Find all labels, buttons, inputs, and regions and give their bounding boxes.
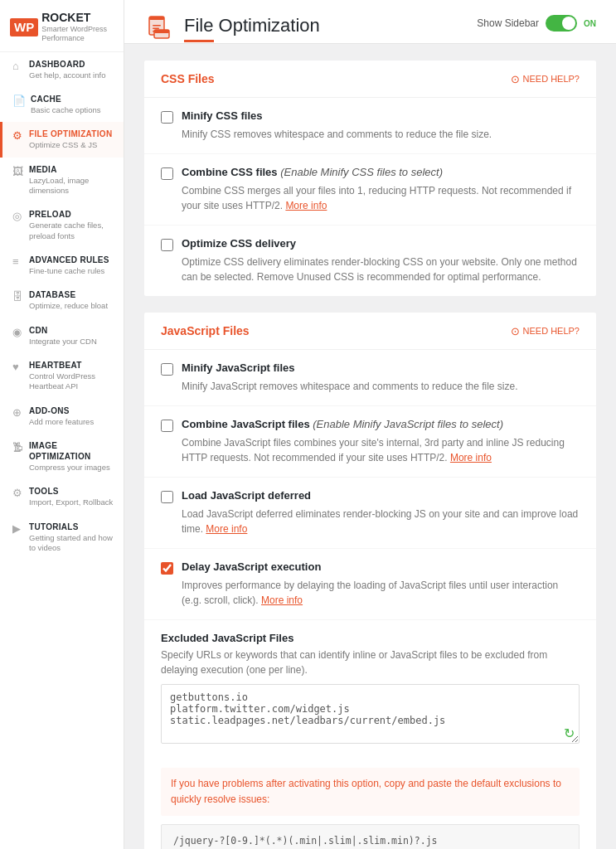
- combine-css-more-link[interactable]: More info: [285, 200, 327, 211]
- page-title-block: File Optimization: [184, 15, 320, 42]
- combine-js-more-link[interactable]: More info: [450, 452, 492, 463]
- nav-sub-image-optimization: Compress your images: [29, 463, 114, 473]
- excluded-js-textarea[interactable]: getbuttons.io platform.twitter.com/widge…: [161, 684, 580, 744]
- minify-js-desc: Minify JavaScript removes whitespace and…: [161, 379, 580, 394]
- nav-text-advanced-rules: ADVANCED RULES Fine-tune cache rules: [29, 255, 109, 276]
- nav-sub-media: LazyLoad, image dimensions: [29, 176, 114, 196]
- js-section-header: JavaScript Files ⊙ NEED HELP?: [144, 313, 596, 350]
- nav-title-dashboard: DASHBOARD: [29, 59, 105, 70]
- sidebar-item-database[interactable]: 🗄 DATABASE Optimize, reduce bloat: [0, 283, 124, 318]
- nav-text-add-ons: ADD-ONS Add more features: [29, 405, 94, 427]
- optimize-css-desc: Optimize CSS delivery eliminates render-…: [161, 255, 580, 284]
- excluded-js-desc: Specify URLs or keywords that can identi…: [161, 648, 580, 677]
- nav-icon-image-optimization: 🗜: [12, 441, 24, 454]
- load-js-deferred-checkbox[interactable]: [161, 491, 173, 503]
- page-header-left: File Optimization: [144, 13, 320, 43]
- delay-js-desc: Improves performance by delaying the loa…: [161, 578, 580, 608]
- sidebar-item-tools[interactable]: ⚙ TOOLS Import, Export, Rollback: [0, 479, 124, 514]
- sidebar-item-dashboard[interactable]: ⌂ DASHBOARD Get help, account info: [0, 52, 124, 87]
- nav-text-database: DATABASE Optimize, reduce bloat: [29, 289, 108, 311]
- css-need-help-label: NEED HELP?: [523, 74, 580, 84]
- js-help-icon: ⊙: [511, 325, 520, 337]
- combine-css-checkbox[interactable]: [161, 167, 173, 180]
- sidebar: WP ROCKET Smarter WordPress Performance …: [0, 0, 124, 849]
- nav-sub-tutorials: Getting started and how to videos: [29, 533, 114, 554]
- show-sidebar-toggle[interactable]: [546, 15, 577, 32]
- code-line-1: /jquery-?[0-9.]*(.*)(​.min|.slim|.slim.m…: [173, 833, 567, 849]
- optimize-css-header: Optimize CSS delivery: [161, 237, 580, 251]
- nav-text-tools: TOOLS Import, Export, Rollback: [29, 486, 113, 507]
- sidebar-item-media[interactable]: 🖼 MEDIA LazyLoad, image dimensions: [0, 158, 124, 203]
- js-need-help[interactable]: ⊙ NEED HELP?: [511, 325, 580, 337]
- combine-css-label[interactable]: Combine CSS files (Enable Minify CSS fil…: [182, 166, 443, 178]
- minify-js-checkbox[interactable]: [161, 363, 173, 376]
- nav-icon-tools: ⚙: [12, 487, 24, 499]
- load-js-deferred-more-link[interactable]: More info: [206, 523, 247, 535]
- nav-sub-tools: Import, Export, Rollback: [29, 497, 113, 507]
- nav-text-file-optimization: FILE OPTIMIZATION Optimize CSS & JS: [29, 129, 112, 150]
- minify-css-option: Minify CSS files Minify CSS removes whit…: [144, 98, 596, 154]
- combine-js-label[interactable]: Combine JavaScript files (Enable Minify …: [182, 418, 503, 430]
- sidebar-item-advanced-rules[interactable]: ≡ ADVANCED RULES Fine-tune cache rules: [0, 248, 124, 283]
- nav-icon-file-optimization: ⚙: [12, 129, 24, 142]
- delay-js-checkbox[interactable]: [161, 562, 173, 575]
- nav-sub-preload: Generate cache files, preload fonts: [29, 221, 114, 241]
- toggle-state-label: ON: [584, 19, 596, 28]
- nav-icon-cdn: ◉: [12, 326, 24, 338]
- sidebar-item-preload[interactable]: ◎ PRELOAD Generate cache files, preload …: [0, 202, 124, 248]
- nav-icon-media: 🖼: [12, 165, 24, 177]
- css-need-help[interactable]: ⊙ NEED HELP?: [511, 73, 580, 85]
- minify-js-header: Minify JavaScript files: [161, 361, 580, 376]
- minify-js-option: Minify JavaScript files Minify JavaScrip…: [144, 350, 596, 406]
- nav-icon-database: 🗄: [12, 290, 24, 303]
- sidebar-item-add-ons[interactable]: ⊕ ADD-ONS Add more features: [0, 399, 124, 434]
- sidebar-item-image-optimization[interactable]: 🗜 IMAGE OPTIMIZATION Compress your image…: [0, 434, 124, 479]
- nav-icon-dashboard: ⌂: [12, 60, 24, 72]
- minify-css-checkbox[interactable]: [161, 111, 173, 124]
- logo-area: WP ROCKET Smarter WordPress Performance: [0, 0, 124, 52]
- nav-title-preload: PRELOAD: [29, 209, 114, 220]
- combine-js-desc: Combine JavaScript files combines your s…: [161, 435, 580, 465]
- sidebar-item-tutorials[interactable]: ▶ TUTORIALS Getting started and how to v…: [0, 515, 124, 560]
- load-js-deferred-option: Load JavaScript deferred Load JavaScript…: [144, 478, 596, 549]
- delay-js-more-link[interactable]: More info: [261, 594, 303, 606]
- nav-title-add-ons: ADD-ONS: [29, 405, 94, 416]
- combine-css-option: Combine CSS files (Enable Minify CSS fil…: [144, 154, 596, 226]
- nav-text-media: MEDIA LazyLoad, image dimensions: [29, 164, 114, 196]
- delay-js-label[interactable]: Delay JavaScript execution: [182, 560, 321, 573]
- nav-text-cache: CACHE Basic cache options: [31, 94, 101, 115]
- svg-rect-2: [153, 25, 161, 27]
- logo: WP ROCKET Smarter WordPress Performance: [10, 12, 114, 43]
- show-sidebar-label: Show Sidebar: [477, 17, 539, 29]
- sidebar-item-cdn[interactable]: ◉ CDN Integrate your CDN: [0, 318, 124, 353]
- nav-icon-preload: ◎: [12, 210, 24, 222]
- load-js-deferred-label[interactable]: Load JavaScript deferred: [182, 489, 311, 502]
- nav-title-file-optimization: FILE OPTIMIZATION: [29, 129, 112, 139]
- file-optimization-icon: [144, 13, 174, 43]
- minify-css-label[interactable]: Minify CSS files: [182, 109, 263, 122]
- nav-title-tutorials: TUTORIALS: [29, 522, 114, 532]
- nav-title-image-optimization: IMAGE OPTIMIZATION: [29, 440, 114, 462]
- optimize-css-label[interactable]: Optimize CSS delivery: [182, 237, 296, 250]
- info-box: If you have problems after activating th…: [161, 768, 580, 816]
- nav-sub-cache: Basic cache options: [31, 105, 101, 115]
- textarea-refresh-icon[interactable]: ↻: [564, 725, 575, 741]
- main-content: File Optimization Show Sidebar ON CSS Fi…: [124, 0, 616, 849]
- nav-sub-heartbeat: Control WordPress Heartbeat API: [29, 371, 114, 392]
- css-section-title: CSS Files: [161, 72, 215, 85]
- sidebar-item-heartbeat[interactable]: ♥ HEARTBEAT Control WordPress Heartbeat …: [0, 353, 124, 399]
- nav-title-heartbeat: HEARTBEAT: [29, 360, 114, 371]
- svg-rect-3: [153, 28, 159, 30]
- svg-rect-1: [149, 17, 164, 20]
- optimize-css-checkbox[interactable]: [161, 239, 173, 251]
- nav-icon-cache: 📄: [12, 95, 26, 107]
- nav-text-heartbeat: HEARTBEAT Control WordPress Heartbeat AP…: [29, 360, 114, 392]
- nav-text-cdn: CDN Integrate your CDN: [29, 325, 97, 347]
- combine-js-checkbox[interactable]: [161, 420, 173, 432]
- sidebar-item-file-optimization[interactable]: ⚙ FILE OPTIMIZATION Optimize CSS & JS: [0, 122, 124, 157]
- sidebar-item-cache[interactable]: 📄 CACHE Basic cache options: [0, 87, 124, 122]
- combine-js-option: Combine JavaScript files (Enable Minify …: [144, 406, 596, 478]
- minify-js-label[interactable]: Minify JavaScript files: [182, 361, 295, 374]
- excluded-js-title: Excluded JavaScript Files: [161, 632, 580, 644]
- optimize-css-option: Optimize CSS delivery Optimize CSS deliv…: [144, 226, 596, 296]
